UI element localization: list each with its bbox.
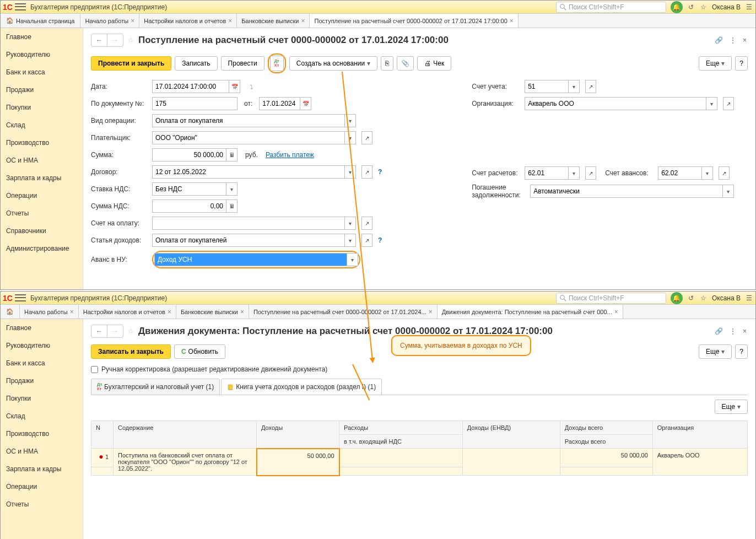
sidebar-item[interactable]: Главное — [1, 319, 83, 337]
sidebar-item[interactable]: Продажи — [1, 372, 83, 390]
tab-receipt[interactable]: Поступление на расчетный счет 0000-00000… — [310, 14, 518, 28]
income-item-field[interactable] — [152, 234, 345, 247]
optype-field[interactable] — [152, 114, 345, 127]
tab-income-book[interactable]: 📒Книга учета доходов и расходов (раздел … — [221, 379, 382, 395]
split-link[interactable]: Разбить платеж — [266, 151, 314, 159]
chevron-down-icon[interactable]: ▾ — [723, 185, 734, 198]
user-name[interactable]: Оксана В — [712, 294, 741, 302]
sidebar-item[interactable]: Склад — [1, 407, 83, 425]
sidebar-item[interactable]: ОС и НМА — [1, 443, 83, 460]
refresh-button[interactable]: C Обновить — [174, 344, 225, 359]
help-button[interactable]: ? — [735, 56, 748, 71]
tab-movements[interactable]: Движения документа: Поступление на расче… — [438, 305, 623, 319]
sidebar-item[interactable]: Покупки — [1, 99, 83, 116]
create-base-button[interactable]: Создать на основании — [289, 56, 378, 71]
star-icon[interactable]: ☆ — [699, 293, 708, 303]
sidebar-item[interactable]: ОС и НМА — [1, 152, 83, 169]
chevron-down-icon[interactable]: ▾ — [347, 253, 358, 266]
structure-icon[interactable]: ⎘ — [381, 56, 393, 71]
sidebar-item[interactable]: Операции — [1, 478, 83, 495]
advacct-field[interactable] — [658, 166, 702, 180]
back-icon[interactable]: ← — [91, 325, 107, 337]
sidebar-item[interactable]: Справочники — [1, 222, 83, 240]
tab-receipt[interactable]: Поступление на расчетный счет 0000-00000… — [249, 305, 438, 319]
date-field[interactable] — [152, 80, 229, 93]
sidebar-item[interactable]: Банк и касса — [1, 354, 83, 372]
tab-bank[interactable]: Банковские выписки× — [176, 305, 249, 319]
close-icon[interactable]: × — [614, 308, 618, 316]
close-icon[interactable]: × — [70, 308, 74, 316]
star-icon[interactable]: ☆ — [699, 2, 708, 12]
manual-edit-checkbox[interactable] — [91, 366, 98, 373]
attach-icon[interactable]: 📎 — [397, 56, 414, 71]
chevron-down-icon[interactable]: ▾ — [569, 166, 580, 180]
close-icon[interactable]: × — [301, 17, 305, 25]
calendar-icon[interactable]: 📅 — [229, 80, 240, 93]
post-close-button[interactable]: Провести и закрыть — [91, 56, 171, 71]
chevron-down-icon[interactable]: ▾ — [706, 97, 717, 110]
user-name[interactable]: Оксана В — [712, 3, 741, 11]
advance-nu-field[interactable] — [154, 253, 347, 266]
open-icon[interactable]: ↗ — [361, 234, 372, 247]
more-button-2[interactable]: Еще — [715, 400, 748, 414]
sidebar-item[interactable]: Покупки — [1, 390, 83, 407]
chevron-down-icon[interactable]: ▾ — [569, 80, 580, 93]
vatrate-field[interactable] — [152, 182, 226, 196]
sidebar-item[interactable]: Отчеты — [1, 495, 83, 513]
sidebar-item[interactable]: Главное — [1, 28, 83, 46]
check-button[interactable]: 🖨 Чек — [417, 56, 451, 71]
sidebar-item[interactable]: Склад — [1, 116, 83, 134]
open-icon[interactable]: ↗ — [361, 217, 372, 230]
invoice-field[interactable] — [152, 217, 345, 230]
account-field[interactable] — [525, 80, 569, 93]
tab-home[interactable]: 🏠 — [1, 305, 20, 319]
close-icon[interactable]: × — [168, 308, 171, 316]
kebab-icon[interactable]: ⋮ — [728, 35, 737, 45]
chevron-down-icon[interactable]: ▾ — [345, 217, 356, 230]
sidebar-item[interactable]: Зарплата и кадры — [1, 460, 83, 478]
write-button[interactable]: Записать — [175, 56, 217, 71]
help-icon[interactable]: ? — [378, 236, 382, 244]
history-icon[interactable]: ↺ — [687, 2, 695, 12]
dt-kt-button[interactable]: ДтКт — [270, 56, 284, 71]
sidebar-item[interactable]: Производство — [1, 134, 83, 152]
more-button[interactable]: Еще — [699, 344, 732, 359]
chevron-down-icon[interactable]: ▾ — [345, 165, 356, 179]
tab-start[interactable]: Начало работы× — [80, 14, 139, 28]
kebab-icon[interactable]: ⋮ — [728, 326, 737, 336]
tab-bank[interactable]: Банковские выписки× — [237, 14, 310, 28]
sidebar-item[interactable]: Руководителю — [1, 46, 83, 63]
open-icon[interactable]: ↗ — [361, 131, 372, 144]
link-icon[interactable]: 🔗 — [714, 35, 724, 45]
calcacct-field[interactable] — [525, 166, 569, 180]
user-menu-icon[interactable]: ☰ — [745, 293, 753, 303]
sidebar-item[interactable]: Отчеты — [1, 204, 83, 222]
tab-accounting[interactable]: ДтКтБухгалтерский и налоговый учет (1) — [91, 379, 220, 395]
sidebar-item[interactable]: Продажи — [1, 81, 83, 99]
write-close-button[interactable]: Записать и закрыть — [91, 344, 171, 359]
chevron-down-icon[interactable]: ▾ — [226, 182, 237, 196]
close-icon[interactable]: × — [429, 308, 433, 316]
favorite-icon[interactable]: ☆ — [128, 36, 134, 44]
sidebar-item[interactable]: Операции — [1, 187, 83, 204]
history-icon[interactable]: ↺ — [687, 293, 695, 303]
forward-icon[interactable]: → — [107, 34, 123, 46]
sidebar-item[interactable]: Администрирование — [1, 240, 83, 257]
more-button[interactable]: Еще — [699, 56, 732, 71]
chevron-down-icon[interactable]: ▾ — [345, 234, 356, 247]
open-icon[interactable]: ↗ — [719, 166, 730, 180]
tab-tax-settings[interactable]: Настройки налогов и отчетов× — [139, 14, 237, 28]
org-field[interactable] — [525, 97, 706, 110]
bell-icon[interactable]: 🔔 — [671, 1, 683, 13]
open-icon[interactable]: ↗ — [585, 166, 596, 180]
user-menu-icon[interactable]: ☰ — [745, 2, 753, 12]
open-icon[interactable]: ↗ — [585, 80, 596, 93]
sidebar-item[interactable]: Производство — [1, 425, 83, 443]
menu-icon[interactable] — [15, 294, 26, 303]
tab-home[interactable]: 🏠 Начальная страница — [1, 14, 80, 28]
calendar-icon[interactable]: 📅 — [300, 97, 311, 110]
table-row[interactable]: ● 1 Поступила на банковский счет оплата … — [91, 449, 748, 467]
tab-tax[interactable]: Настройки налогов и отчетов× — [79, 305, 176, 319]
close-icon[interactable]: × — [131, 17, 134, 25]
close-icon[interactable]: × — [240, 308, 244, 316]
